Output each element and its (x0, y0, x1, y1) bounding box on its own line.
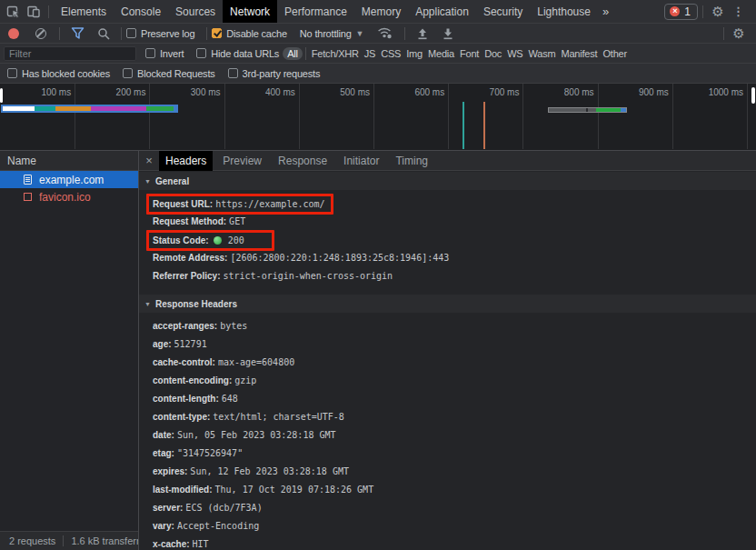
3rd-party-requests-checkbox[interactable] (228, 68, 238, 78)
header-row-age: age:512791 (139, 335, 756, 353)
tab-sources[interactable]: Sources (168, 0, 223, 23)
filter-funnel-icon[interactable] (71, 27, 85, 39)
requests-table: Name example.comfavicon.ico 2 requests 1… (0, 151, 139, 550)
request-row-example-com[interactable]: example.com (0, 171, 138, 188)
inspect-element-icon[interactable] (4, 3, 24, 21)
example-com-waterfall-bar[interactable] (1, 105, 178, 113)
request-name: favicon.ico (39, 191, 91, 204)
detail-tab-headers[interactable]: Headers (159, 151, 213, 171)
detail-tab-initiator[interactable]: Initiator (337, 151, 385, 171)
has-blocked-cookies-checkbox[interactable] (7, 68, 17, 78)
network-settings-gear-icon[interactable]: ⚙ (729, 25, 749, 43)
tab-security[interactable]: Security (476, 0, 530, 23)
waterfall-segment (596, 108, 621, 112)
tab-elements[interactable]: Elements (54, 0, 114, 23)
header-value: max-age=604800 (218, 357, 294, 367)
filter-type-manifest[interactable]: Manifest (558, 47, 600, 60)
invert-label[interactable]: Invert (160, 48, 184, 59)
preserve-log-label[interactable]: Preserve log (141, 28, 194, 39)
detail-tab-preview[interactable]: Preview (216, 151, 268, 171)
filter-type-ws[interactable]: WS (504, 47, 525, 60)
section-header-response-headers[interactable]: ▼Response Headers (139, 295, 756, 313)
filter-type-css[interactable]: CSS (378, 47, 403, 60)
import-har-icon[interactable] (416, 27, 429, 40)
preserve-log-checkbox[interactable] (126, 28, 136, 38)
timeline-tick-label: 300 ms (148, 87, 221, 97)
hide-data-urls-checkbox[interactable] (196, 48, 206, 58)
throttling-select[interactable]: No throttling (300, 28, 352, 39)
tab-performance[interactable]: Performance (277, 0, 354, 23)
detail-tab-timing[interactable]: Timing (389, 151, 434, 171)
search-icon[interactable] (97, 27, 110, 40)
network-conditions-icon[interactable] (377, 27, 393, 39)
export-har-icon[interactable] (442, 27, 454, 40)
more-tabs-icon[interactable]: » (598, 5, 613, 18)
filter-type-all[interactable]: All (283, 47, 303, 60)
tab-memory[interactable]: Memory (354, 0, 408, 23)
device-toolbar-icon[interactable] (24, 3, 44, 21)
record-button[interactable] (8, 28, 19, 39)
request-details-pane: × HeadersPreviewResponseInitiatorTiming … (139, 151, 756, 550)
header-value: "3147526947" (177, 448, 243, 458)
error-badge[interactable]: ×1 (664, 4, 698, 20)
menu-dots-icon[interactable]: ⋮ (728, 5, 749, 18)
status-green-dot-icon (214, 236, 222, 245)
detail-tab-response[interactable]: Response (272, 151, 333, 171)
devtools-tabbar: ElementsConsoleSourcesNetworkPerformance… (0, 0, 756, 24)
name-column-header[interactable]: Name (0, 151, 138, 171)
divider (702, 5, 703, 18)
section-gap (139, 285, 756, 294)
has-blocked-cookies-label[interactable]: Has blocked cookies (22, 68, 110, 79)
header-key: Remote Address: (153, 253, 227, 263)
header-row-referrer-policy: Referrer Policy:strict-origin-when-cross… (139, 266, 756, 285)
tab-lighthouse[interactable]: Lighthouse (530, 0, 598, 23)
divider (404, 27, 405, 40)
disable-cache-label[interactable]: Disable cache (226, 28, 287, 39)
filter-input[interactable]: Filter (4, 46, 136, 61)
waterfall-segment (621, 108, 626, 112)
timeline-tick-label: 100 ms (0, 87, 71, 97)
header-key: Status Code: (153, 235, 209, 245)
blocked-requests-label[interactable]: Blocked Requests (137, 68, 214, 79)
filter-type-fetch-xhr[interactable]: Fetch/XHR (309, 47, 362, 60)
request-row-favicon-ico[interactable]: favicon.ico (0, 188, 138, 205)
divider (63, 535, 64, 546)
filter-type-doc[interactable]: Doc (482, 47, 504, 60)
chevron-down-icon[interactable]: ▼ (356, 29, 364, 38)
waterfall-segment (174, 106, 176, 111)
network-overview-timeline[interactable]: 100 ms200 ms300 ms400 ms500 ms600 ms700 … (0, 84, 756, 151)
close-icon[interactable]: × (139, 154, 159, 167)
requests-table-empty-area[interactable] (0, 205, 138, 531)
header-key: Request URL: (153, 199, 213, 209)
extra-filters-row: Has blocked cookiesBlocked Requests3rd-p… (0, 64, 756, 84)
filter-type-js[interactable]: JS (362, 47, 378, 60)
overview-right-handle[interactable] (751, 87, 755, 104)
settings-gear-icon[interactable]: ⚙ (708, 3, 728, 21)
hide-data-urls-label[interactable]: Hide data URLs (211, 48, 279, 59)
tab-application[interactable]: Application (408, 0, 476, 23)
filter-type-img[interactable]: Img (403, 47, 425, 60)
blocked-requests-checkbox[interactable] (123, 68, 133, 78)
waterfall-segment (91, 106, 146, 111)
filter-type-media[interactable]: Media (425, 47, 457, 60)
header-key: content-type: (153, 412, 210, 422)
tab-console[interactable]: Console (114, 0, 168, 23)
invert-checkbox[interactable] (145, 48, 155, 58)
filter-type-font[interactable]: Font (457, 47, 482, 60)
header-key: last-modified: (153, 485, 213, 495)
section-header-general[interactable]: ▼General (139, 172, 756, 190)
panel-tabs: ElementsConsoleSourcesNetworkPerformance… (54, 0, 598, 23)
header-value: Thu, 17 Oct 2019 07:18:26 GMT (215, 485, 374, 495)
tab-network[interactable]: Network (223, 0, 277, 23)
filter-type-wasm[interactable]: Wasm (526, 47, 559, 60)
clear-icon[interactable] (35, 28, 46, 39)
header-value: bytes (220, 321, 247, 331)
header-row-server: server:ECS (dcb/7F3A) (139, 498, 756, 516)
favicon-waterfall-bar[interactable] (548, 107, 627, 113)
disable-cache-checkbox[interactable] (212, 28, 222, 38)
3rd-party-requests-label[interactable]: 3rd-party requests (243, 68, 321, 79)
header-row-vary: vary:Accept-Encoding (139, 516, 756, 535)
timeline-tick-label: 400 ms (223, 87, 295, 97)
filter-type-other[interactable]: Other (600, 47, 630, 60)
header-value: Accept-Encoding (177, 521, 259, 531)
